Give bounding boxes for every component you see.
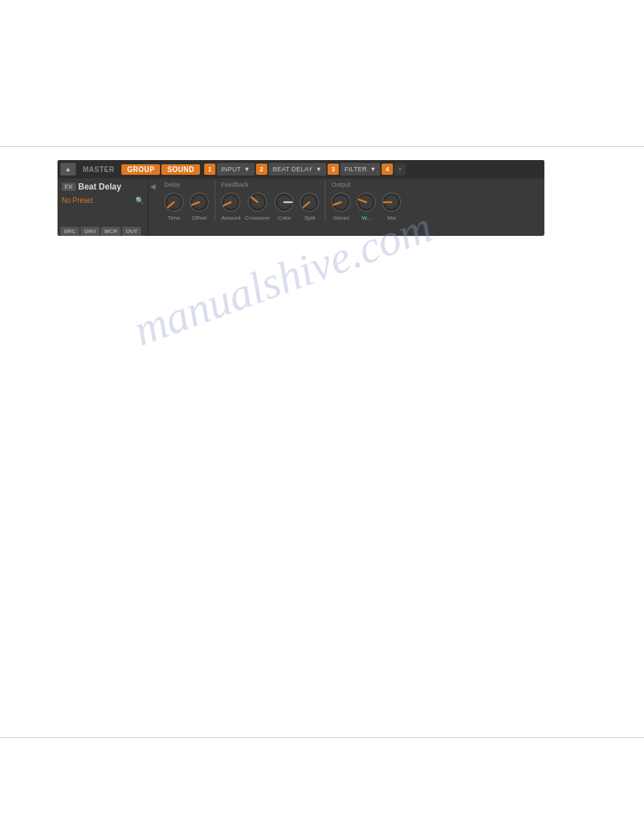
- knob-item-stereo: Stereo: [330, 191, 352, 221]
- slot-name-3: FILTER: [344, 166, 367, 173]
- knob-time[interactable]: [163, 191, 185, 213]
- section-output: Output Stereo: [330, 181, 403, 221]
- knob-item-split: Split: [298, 191, 321, 221]
- section-collapse-arrow[interactable]: ◀: [149, 178, 157, 236]
- nav-sound[interactable]: SOUND: [161, 164, 200, 175]
- page: ▲ MASTER GROUP SOUND 1 INPUT ▼ 2 BEAT DE…: [0, 0, 644, 834]
- section-header-feedback: Feedback: [220, 181, 321, 188]
- slot-dropdown-4[interactable]: ▼: [394, 163, 405, 176]
- slot-num-1: 1: [204, 164, 215, 175]
- main-content: FX Beat Delay No Preset 🔍 SRC GRV MCR OU…: [58, 178, 544, 236]
- fx-slot-1: 1 INPUT ▼: [204, 163, 255, 176]
- slot-num-3: 3: [328, 164, 339, 175]
- knob-label-offset: Offset: [192, 215, 206, 221]
- knob-label-color: Color: [278, 215, 291, 221]
- search-icon[interactable]: 🔍: [135, 197, 144, 204]
- knob-item-offset: Offset: [188, 191, 210, 221]
- fx-slot-4: 4 ▼: [382, 163, 405, 176]
- knob-item-color: Color: [273, 191, 295, 221]
- slot-num-4: 4: [382, 164, 393, 175]
- knobs-row-feedback: Amount Crossover: [220, 191, 321, 221]
- knob-item-crossover: Crossover: [245, 191, 270, 221]
- divider-2: [325, 181, 326, 221]
- knob-color[interactable]: [273, 191, 295, 213]
- fx-name: Beat Delay: [79, 182, 121, 192]
- slot-arrow-3: ▼: [370, 166, 376, 173]
- collapse-button[interactable]: ▲: [60, 163, 76, 176]
- knob-item-mix: Mix: [380, 191, 403, 221]
- tab-mcr[interactable]: MCR: [101, 227, 121, 236]
- knob-offset[interactable]: [188, 191, 210, 213]
- slot-arrow-4: ▼: [397, 166, 403, 173]
- knob-split[interactable]: [298, 191, 321, 213]
- section-feedback: Feedback Amount: [220, 181, 321, 221]
- tab-grv[interactable]: GRV: [81, 227, 100, 236]
- section-header-delay: Delay: [163, 181, 210, 188]
- slot-num-2: 2: [256, 164, 267, 175]
- knob-width[interactable]: [355, 191, 377, 213]
- divider-1: [215, 181, 215, 221]
- slot-dropdown-2[interactable]: BEAT DELAY ▼: [269, 163, 326, 176]
- knob-label-time: Time: [168, 215, 180, 221]
- right-panel: Delay Time: [157, 178, 544, 236]
- slot-arrow-2: ▼: [316, 166, 322, 173]
- nav-master[interactable]: MASTER: [77, 164, 120, 175]
- section-header-output: Output: [330, 181, 403, 188]
- knob-label-stereo: Stereo: [333, 215, 350, 221]
- fx-header: FX Beat Delay: [58, 178, 148, 195]
- fx-badge: FX: [62, 183, 76, 191]
- sections-row: Delay Time: [163, 181, 539, 221]
- knob-label-amount: Amount: [221, 215, 241, 221]
- slot-name-2: BEAT DELAY: [273, 166, 313, 173]
- slot-arrow-1: ▼: [244, 166, 250, 173]
- rule-bottom: [0, 737, 644, 738]
- tab-out[interactable]: OUT: [122, 227, 141, 236]
- slot-name-1: INPUT: [221, 166, 241, 173]
- knob-item-time: Time: [163, 191, 185, 221]
- fx-slot-2: 2 BEAT DELAY ▼: [256, 163, 326, 176]
- slot-dropdown-3[interactable]: FILTER ▼: [340, 163, 380, 176]
- knob-stereo[interactable]: [330, 191, 352, 213]
- knob-amount[interactable]: [220, 191, 242, 213]
- nav-bar: ▲ MASTER GROUP SOUND 1 INPUT ▼ 2 BEAT DE…: [58, 160, 544, 178]
- knob-item-width: W...: [355, 191, 377, 221]
- knob-label-mix: Mix: [387, 215, 396, 221]
- section-delay: Delay Time: [163, 181, 210, 221]
- preset-text[interactable]: No Preset: [62, 197, 133, 204]
- tab-src[interactable]: SRC: [60, 227, 79, 236]
- rule-top: [0, 146, 644, 147]
- knob-label-split: Split: [304, 215, 316, 221]
- plugin-ui: ▲ MASTER GROUP SOUND 1 INPUT ▼ 2 BEAT DE…: [58, 160, 544, 236]
- bottom-tabs: SRC GRV MCR OUT: [58, 224, 148, 236]
- slot-dropdown-1[interactable]: INPUT ▼: [217, 163, 255, 176]
- preset-row: No Preset 🔍: [58, 195, 148, 206]
- fx-slot-3: 3 FILTER ▼: [328, 163, 380, 176]
- knob-item-amount: Amount: [220, 191, 242, 221]
- knobs-row-delay: Time Offset: [163, 191, 210, 221]
- knobs-row-output: Stereo W...: [330, 191, 403, 221]
- knob-label-width: W...: [362, 215, 372, 221]
- knob-crossover[interactable]: [246, 191, 269, 213]
- knob-label-crossover: Crossover: [245, 215, 270, 221]
- left-panel: FX Beat Delay No Preset 🔍 SRC GRV MCR OU…: [58, 178, 149, 236]
- nav-group[interactable]: GROUP: [121, 164, 160, 175]
- knob-mix[interactable]: [380, 191, 403, 213]
